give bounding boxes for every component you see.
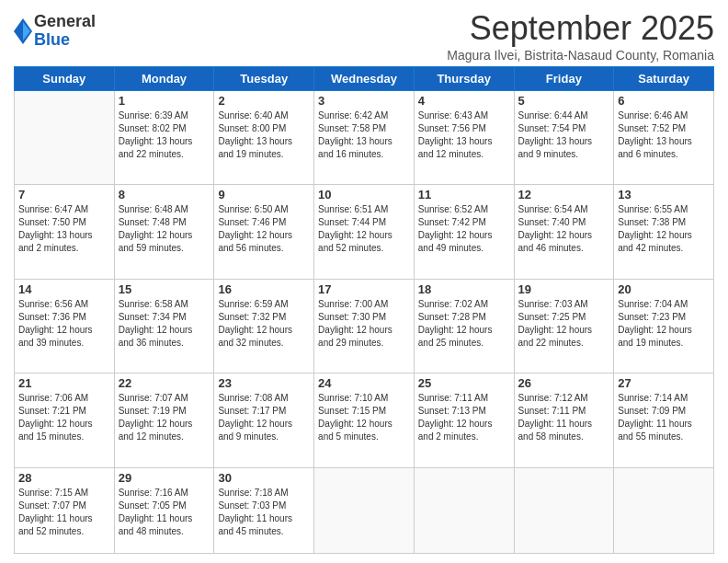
day-info: Sunrise: 7:04 AM Sunset: 7:23 PM Dayligh… [618, 298, 710, 350]
day-info: Sunrise: 6:50 AM Sunset: 7:46 PM Dayligh… [218, 203, 310, 255]
calendar-table: SundayMondayTuesdayWednesdayThursdayFrid… [14, 66, 714, 554]
calendar-week-3: 14Sunrise: 6:56 AM Sunset: 7:36 PM Dayli… [15, 279, 714, 373]
calendar-cell [15, 91, 115, 185]
day-number: 12 [518, 188, 610, 201]
day-info: Sunrise: 6:46 AM Sunset: 7:52 PM Dayligh… [618, 109, 710, 161]
day-info: Sunrise: 6:44 AM Sunset: 7:54 PM Dayligh… [518, 109, 610, 161]
calendar-cell: 2Sunrise: 6:40 AM Sunset: 8:00 PM Daylig… [214, 91, 314, 185]
calendar-cell [514, 467, 614, 553]
logo-text: General Blue [34, 13, 96, 50]
day-number: 30 [218, 471, 310, 485]
calendar-cell: 26Sunrise: 7:12 AM Sunset: 7:11 PM Dayli… [514, 373, 614, 467]
day-header-sunday: Sunday [15, 67, 115, 91]
calendar-cell: 4Sunrise: 6:43 AM Sunset: 7:56 PM Daylig… [414, 91, 514, 185]
calendar-cell: 20Sunrise: 7:04 AM Sunset: 7:23 PM Dayli… [614, 279, 714, 373]
day-info: Sunrise: 6:40 AM Sunset: 8:00 PM Dayligh… [218, 109, 310, 161]
day-info: Sunrise: 6:48 AM Sunset: 7:48 PM Dayligh… [119, 203, 210, 255]
calendar-cell: 29Sunrise: 7:16 AM Sunset: 7:05 PM Dayli… [114, 467, 214, 553]
day-number: 28 [18, 471, 110, 485]
day-number: 1 [119, 94, 210, 108]
day-number: 17 [318, 282, 410, 296]
day-number: 26 [518, 376, 610, 390]
calendar-cell: 3Sunrise: 6:42 AM Sunset: 7:58 PM Daylig… [314, 91, 415, 185]
day-info: Sunrise: 6:55 AM Sunset: 7:38 PM Dayligh… [618, 203, 710, 255]
day-number: 8 [119, 188, 210, 201]
day-info: Sunrise: 6:54 AM Sunset: 7:40 PM Dayligh… [518, 203, 610, 255]
day-info: Sunrise: 6:59 AM Sunset: 7:32 PM Dayligh… [218, 298, 310, 350]
title-section: September 2025 Magura Ilvei, Bistrita-Na… [447, 9, 714, 63]
day-info: Sunrise: 6:43 AM Sunset: 7:56 PM Dayligh… [418, 109, 510, 161]
day-info: Sunrise: 6:56 AM Sunset: 7:36 PM Dayligh… [18, 298, 110, 350]
calendar-cell: 23Sunrise: 7:08 AM Sunset: 7:17 PM Dayli… [214, 373, 314, 467]
calendar-week-1: 1Sunrise: 6:39 AM Sunset: 8:02 PM Daylig… [15, 91, 714, 185]
calendar-cell: 8Sunrise: 6:48 AM Sunset: 7:48 PM Daylig… [114, 185, 214, 279]
day-number: 14 [18, 282, 110, 296]
calendar-cell: 30Sunrise: 7:18 AM Sunset: 7:03 PM Dayli… [214, 467, 314, 553]
calendar-cell: 9Sunrise: 6:50 AM Sunset: 7:46 PM Daylig… [214, 185, 314, 279]
day-info: Sunrise: 7:16 AM Sunset: 7:05 PM Dayligh… [119, 487, 210, 538]
day-info: Sunrise: 6:42 AM Sunset: 7:58 PM Dayligh… [318, 109, 410, 161]
day-number: 9 [218, 188, 310, 201]
day-info: Sunrise: 6:39 AM Sunset: 8:02 PM Dayligh… [119, 109, 210, 161]
day-info: Sunrise: 7:18 AM Sunset: 7:03 PM Dayligh… [218, 487, 310, 538]
day-number: 7 [18, 188, 110, 201]
day-info: Sunrise: 7:15 AM Sunset: 7:07 PM Dayligh… [18, 487, 110, 538]
calendar-cell: 16Sunrise: 6:59 AM Sunset: 7:32 PM Dayli… [214, 279, 314, 373]
logo: General Blue [14, 13, 96, 50]
day-header-saturday: Saturday [614, 67, 714, 91]
calendar-cell: 14Sunrise: 6:56 AM Sunset: 7:36 PM Dayli… [15, 279, 115, 373]
day-number: 3 [318, 94, 410, 108]
logo-general: General [34, 13, 96, 31]
day-info: Sunrise: 7:10 AM Sunset: 7:15 PM Dayligh… [318, 392, 410, 443]
calendar-cell: 10Sunrise: 6:51 AM Sunset: 7:44 PM Dayli… [314, 185, 415, 279]
calendar-cell: 15Sunrise: 6:58 AM Sunset: 7:34 PM Dayli… [114, 279, 214, 373]
day-info: Sunrise: 7:07 AM Sunset: 7:19 PM Dayligh… [119, 392, 210, 443]
day-number: 15 [119, 282, 210, 296]
calendar-cell: 18Sunrise: 7:02 AM Sunset: 7:28 PM Dayli… [414, 279, 514, 373]
day-info: Sunrise: 7:11 AM Sunset: 7:13 PM Dayligh… [418, 392, 510, 443]
calendar-week-4: 21Sunrise: 7:06 AM Sunset: 7:21 PM Dayli… [15, 373, 714, 467]
calendar-cell: 19Sunrise: 7:03 AM Sunset: 7:25 PM Dayli… [514, 279, 614, 373]
calendar-cell: 12Sunrise: 6:54 AM Sunset: 7:40 PM Dayli… [514, 185, 614, 279]
calendar-cell [614, 467, 714, 553]
day-header-tuesday: Tuesday [214, 67, 314, 91]
day-header-thursday: Thursday [414, 67, 514, 91]
day-info: Sunrise: 7:00 AM Sunset: 7:30 PM Dayligh… [318, 298, 410, 350]
day-info: Sunrise: 7:14 AM Sunset: 7:09 PM Dayligh… [618, 392, 710, 443]
month-title: September 2025 [447, 9, 714, 48]
location-subtitle: Magura Ilvei, Bistrita-Nasaud County, Ro… [447, 48, 714, 63]
day-number: 2 [218, 94, 310, 108]
calendar-cell: 28Sunrise: 7:15 AM Sunset: 7:07 PM Dayli… [15, 467, 115, 553]
header: General Blue September 2025 Magura Ilvei… [14, 9, 714, 63]
page: General Blue September 2025 Magura Ilvei… [0, 0, 728, 563]
day-number: 20 [618, 282, 710, 296]
calendar-week-2: 7Sunrise: 6:47 AM Sunset: 7:50 PM Daylig… [15, 185, 714, 279]
day-number: 25 [418, 376, 510, 390]
calendar-cell: 13Sunrise: 6:55 AM Sunset: 7:38 PM Dayli… [614, 185, 714, 279]
calendar-cell: 22Sunrise: 7:07 AM Sunset: 7:19 PM Dayli… [114, 373, 214, 467]
calendar-cell: 24Sunrise: 7:10 AM Sunset: 7:15 PM Dayli… [314, 373, 415, 467]
calendar-header-row: SundayMondayTuesdayWednesdayThursdayFrid… [15, 67, 714, 91]
day-header-friday: Friday [514, 67, 614, 91]
calendar-cell: 21Sunrise: 7:06 AM Sunset: 7:21 PM Dayli… [15, 373, 115, 467]
day-info: Sunrise: 7:02 AM Sunset: 7:28 PM Dayligh… [418, 298, 510, 350]
calendar-cell [414, 467, 514, 553]
day-number: 16 [218, 282, 310, 296]
calendar-cell [314, 467, 415, 553]
calendar-cell: 6Sunrise: 6:46 AM Sunset: 7:52 PM Daylig… [614, 91, 714, 185]
day-info: Sunrise: 6:58 AM Sunset: 7:34 PM Dayligh… [119, 298, 210, 350]
day-number: 11 [418, 188, 510, 201]
calendar-cell: 25Sunrise: 7:11 AM Sunset: 7:13 PM Dayli… [414, 373, 514, 467]
day-info: Sunrise: 6:47 AM Sunset: 7:50 PM Dayligh… [18, 203, 110, 255]
logo-blue: Blue [34, 31, 96, 50]
day-info: Sunrise: 7:03 AM Sunset: 7:25 PM Dayligh… [518, 298, 610, 350]
day-number: 29 [119, 471, 210, 485]
day-number: 13 [618, 188, 710, 201]
calendar-cell: 7Sunrise: 6:47 AM Sunset: 7:50 PM Daylig… [15, 185, 115, 279]
day-info: Sunrise: 7:08 AM Sunset: 7:17 PM Dayligh… [218, 392, 310, 443]
day-info: Sunrise: 6:51 AM Sunset: 7:44 PM Dayligh… [318, 203, 410, 255]
calendar-cell: 27Sunrise: 7:14 AM Sunset: 7:09 PM Dayli… [614, 373, 714, 467]
calendar-week-5: 28Sunrise: 7:15 AM Sunset: 7:07 PM Dayli… [15, 467, 714, 553]
day-number: 23 [218, 376, 310, 390]
day-number: 4 [418, 94, 510, 108]
